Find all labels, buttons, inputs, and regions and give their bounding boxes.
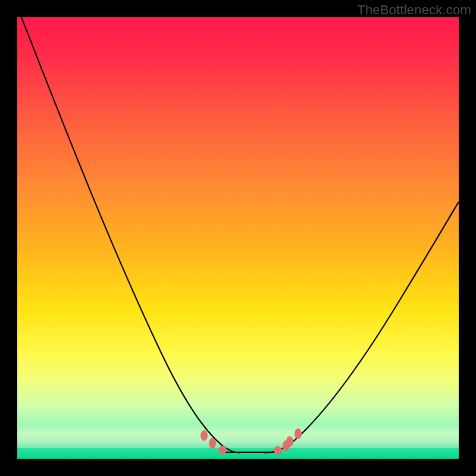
chart-frame: TheBottleneck.com: [0, 0, 476, 476]
bottom-gradient-band: [17, 424, 459, 448]
chart-plot-area: [17, 17, 459, 459]
watermark-text: TheBottleneck.com: [357, 2, 471, 18]
